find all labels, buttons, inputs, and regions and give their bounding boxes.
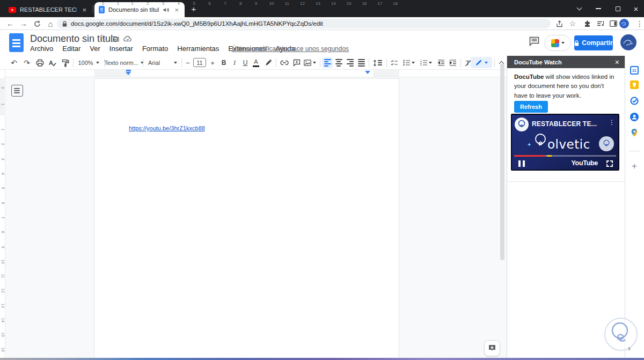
lock-icon bbox=[574, 40, 579, 46]
checklist-icon[interactable] bbox=[389, 57, 400, 68]
line-spacing-icon[interactable] bbox=[371, 57, 383, 68]
maps-icon[interactable] bbox=[630, 128, 639, 137]
browser-avatar[interactable] bbox=[619, 19, 629, 28]
panel-title: DocuTube Watch bbox=[514, 59, 615, 65]
star-document-icon[interactable]: ☆ bbox=[99, 35, 106, 44]
side-panel-icon[interactable] bbox=[607, 17, 620, 30]
text-color-icon[interactable]: A bbox=[251, 57, 261, 68]
share-page-icon[interactable] bbox=[553, 17, 566, 30]
channel-logo-icon bbox=[515, 117, 529, 131]
cloud-status-icon[interactable] bbox=[123, 35, 132, 42]
increase-font-icon[interactable]: + bbox=[208, 57, 217, 68]
menu-item[interactable]: Formato bbox=[142, 45, 168, 53]
extensions-puzzle-icon[interactable] bbox=[581, 17, 594, 30]
youtube-logo[interactable]: YouTube bbox=[571, 159, 598, 167]
ruler-margin-numbers: 21 bbox=[96, 1, 126, 6]
document-page[interactable] bbox=[94, 78, 399, 360]
tasks-icon[interactable] bbox=[630, 97, 639, 105]
tab-search-icon[interactable] bbox=[570, 0, 588, 17]
bookmark-star-icon[interactable]: ☆ bbox=[566, 17, 579, 30]
horizontal-ruler[interactable] bbox=[5, 70, 507, 77]
align-right-icon[interactable] bbox=[345, 57, 355, 68]
explore-button[interactable] bbox=[484, 340, 500, 356]
meet-call-button[interactable] bbox=[544, 35, 571, 51]
font-select[interactable]: Arial bbox=[146, 57, 179, 68]
meet-icon bbox=[551, 39, 559, 47]
insert-link-icon[interactable] bbox=[279, 57, 290, 68]
bulb-icon bbox=[533, 133, 547, 151]
browser-menu-icon[interactable]: ⋮ bbox=[633, 17, 644, 30]
tab-separator bbox=[93, 5, 93, 13]
tab-audio-icon[interactable] bbox=[163, 7, 169, 13]
back-icon[interactable]: ← bbox=[4, 17, 16, 30]
editing-mode-button[interactable] bbox=[471, 57, 492, 68]
youtube-player[interactable]: RESTABLECER TE... ⋮ ✦ olvetic YouTube bbox=[511, 114, 619, 171]
reload-icon[interactable] bbox=[31, 17, 43, 30]
url-omnibox[interactable]: docs.google.com/document/d/1Sz2ik-xwQ0_j… bbox=[57, 19, 551, 28]
zoom-select[interactable]: 100% bbox=[76, 57, 101, 68]
menu-item[interactable]: Archivo bbox=[30, 45, 53, 53]
video-progress-bar[interactable] bbox=[514, 155, 616, 157]
align-justify-icon[interactable] bbox=[356, 57, 367, 68]
align-left-icon[interactable] bbox=[322, 57, 333, 68]
tab-close-icon[interactable]: × bbox=[80, 6, 88, 14]
comment-history-icon[interactable] bbox=[529, 36, 539, 46]
italic-icon[interactable]: I bbox=[230, 57, 239, 68]
move-folder-icon[interactable] bbox=[111, 35, 119, 42]
spellcheck-icon[interactable]: A bbox=[47, 57, 58, 68]
solvetic-wordmark: ✦ olvetic bbox=[533, 133, 590, 151]
left-indent-marker[interactable] bbox=[126, 72, 131, 75]
get-addons-icon[interactable]: + bbox=[629, 161, 640, 172]
document-link-text[interactable]: https://youtu.be/3hrZ1kxcb88 bbox=[129, 125, 205, 131]
account-avatar[interactable] bbox=[620, 34, 636, 50]
forward-icon[interactable]: → bbox=[18, 17, 30, 30]
bold-icon[interactable]: B bbox=[219, 57, 229, 68]
close-button[interactable]: × bbox=[628, 0, 644, 17]
undo-icon[interactable]: ↶ bbox=[9, 57, 19, 68]
underline-icon[interactable]: U bbox=[240, 57, 250, 68]
paragraph-style-select[interactable]: Texto norm... bbox=[107, 57, 141, 68]
pause-icon[interactable] bbox=[518, 160, 525, 167]
vruler-margin-numbers: 21 bbox=[0, 79, 5, 113]
menu-item[interactable]: Insertar bbox=[109, 45, 133, 53]
right-indent-marker[interactable] bbox=[365, 71, 370, 74]
increase-indent-icon[interactable] bbox=[448, 57, 458, 68]
refresh-button[interactable]: Refresh bbox=[514, 101, 548, 113]
docs-logo-icon[interactable] bbox=[9, 33, 24, 52]
share-button[interactable]: Compartir bbox=[574, 35, 613, 50]
font-size-input[interactable]: 11 bbox=[193, 58, 206, 67]
panel-header: DocuTube Watch × bbox=[507, 56, 625, 68]
contacts-icon[interactable] bbox=[630, 113, 639, 121]
collapse-panel-icon[interactable]: › bbox=[628, 343, 631, 352]
calendar-icon[interactable]: 31 bbox=[630, 66, 639, 75]
last-modified-link[interactable]: Última modificación hace unos segundos bbox=[232, 45, 349, 53]
align-center-icon[interactable] bbox=[333, 57, 344, 68]
menu-item[interactable]: Ver bbox=[90, 45, 100, 53]
numbered-list-icon[interactable]: 123 bbox=[419, 57, 434, 68]
first-line-indent-marker[interactable] bbox=[126, 70, 131, 71]
insert-image-icon[interactable] bbox=[302, 57, 318, 68]
lock-icon[interactable] bbox=[62, 21, 67, 27]
minimize-button[interactable] bbox=[589, 0, 608, 17]
add-comment-icon[interactable] bbox=[291, 57, 302, 68]
decrease-indent-icon[interactable] bbox=[436, 57, 447, 68]
bulleted-list-icon[interactable] bbox=[401, 57, 416, 68]
document-outline-icon[interactable] bbox=[11, 85, 23, 97]
menu-item[interactable]: Herramientas bbox=[177, 45, 219, 53]
decrease-font-icon[interactable]: − bbox=[184, 57, 192, 68]
video-menu-icon[interactable]: ⋮ bbox=[609, 119, 615, 126]
keep-icon[interactable] bbox=[630, 80, 639, 89]
paint-format-icon[interactable] bbox=[60, 57, 71, 68]
panel-close-icon[interactable]: × bbox=[615, 58, 619, 66]
fullscreen-icon[interactable] bbox=[606, 160, 613, 167]
document-scrollbar[interactable] bbox=[500, 63, 504, 260]
menu-item[interactable]: Editar bbox=[62, 45, 80, 53]
media-controls-icon[interactable] bbox=[594, 17, 607, 30]
redo-icon[interactable]: ↷ bbox=[21, 57, 32, 68]
highlight-color-icon[interactable] bbox=[263, 57, 274, 68]
print-icon[interactable] bbox=[34, 57, 45, 68]
tab-restablecer-teclado[interactable]: RESTABLECER TECLADO Window × bbox=[4, 2, 92, 17]
home-icon[interactable]: ⌂ bbox=[45, 17, 56, 30]
tab-close-icon[interactable]: × bbox=[173, 6, 180, 14]
maximize-button[interactable] bbox=[609, 0, 627, 17]
